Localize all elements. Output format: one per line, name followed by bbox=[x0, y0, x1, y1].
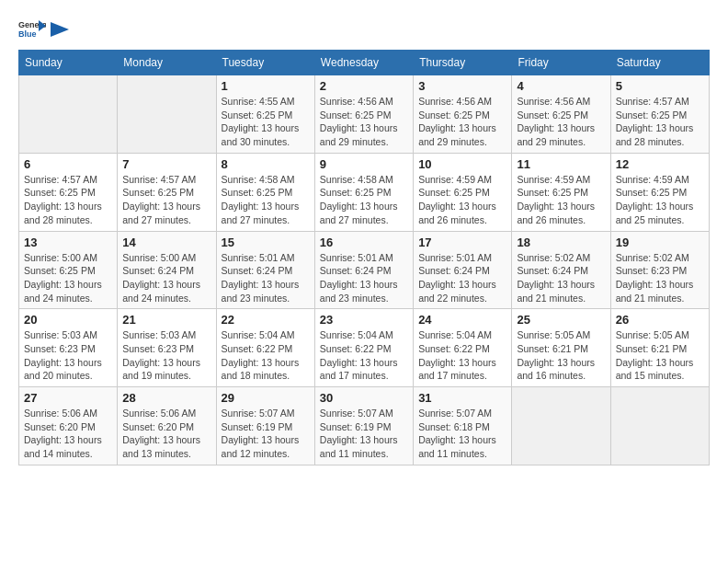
sunrise-text: Sunrise: 5:02 AM bbox=[616, 251, 704, 265]
calendar-cell: 6Sunrise: 4:57 AMSunset: 6:25 PMDaylight… bbox=[19, 153, 118, 231]
day-info: Sunrise: 4:58 AMSunset: 6:25 PMDaylight:… bbox=[222, 173, 310, 227]
sunrise-text: Sunrise: 5:05 AM bbox=[517, 328, 605, 342]
sunrise-text: Sunrise: 5:04 AM bbox=[222, 328, 310, 342]
sunset-text: Sunset: 6:23 PM bbox=[616, 264, 704, 278]
calendar-cell: 26Sunrise: 5:05 AMSunset: 6:21 PMDayligh… bbox=[610, 309, 709, 387]
sunrise-text: Sunrise: 4:56 AM bbox=[418, 95, 506, 109]
day-number: 11 bbox=[517, 157, 605, 171]
day-number: 10 bbox=[418, 157, 506, 171]
sunset-text: Sunset: 6:25 PM bbox=[320, 186, 408, 200]
calendar-cell: 14Sunrise: 5:00 AMSunset: 6:24 PMDayligh… bbox=[118, 231, 216, 309]
sunset-text: Sunset: 6:25 PM bbox=[418, 186, 506, 200]
day-number: 12 bbox=[616, 157, 704, 171]
day-info: Sunrise: 5:04 AMSunset: 6:22 PMDaylight:… bbox=[222, 328, 310, 383]
sunset-text: Sunset: 6:18 PM bbox=[418, 420, 506, 434]
daylight-text: Daylight: 13 hours and 17 minutes. bbox=[418, 356, 506, 383]
weekday-header-row: SundayMondayTuesdayWednesdayThursdayFrid… bbox=[19, 51, 710, 75]
sunset-text: Sunset: 6:19 PM bbox=[320, 420, 408, 434]
day-number: 18 bbox=[517, 236, 605, 249]
daylight-text: Daylight: 13 hours and 29 minutes. bbox=[418, 121, 506, 148]
day-number: 25 bbox=[517, 313, 605, 327]
sunset-text: Sunset: 6:25 PM bbox=[24, 264, 112, 278]
header: General Blue bbox=[18, 18, 710, 40]
sunrise-text: Sunrise: 5:04 AM bbox=[320, 328, 408, 342]
day-number: 15 bbox=[222, 236, 310, 249]
sunrise-text: Sunrise: 5:00 AM bbox=[122, 251, 210, 265]
day-number: 13 bbox=[24, 236, 112, 249]
day-number: 26 bbox=[616, 313, 704, 327]
sunrise-text: Sunrise: 4:55 AM bbox=[222, 95, 310, 109]
day-number: 27 bbox=[24, 391, 112, 405]
logo-arrow-icon bbox=[51, 22, 69, 37]
day-info: Sunrise: 5:01 AMSunset: 6:24 PMDaylight:… bbox=[418, 251, 506, 305]
sunset-text: Sunset: 6:25 PM bbox=[418, 109, 506, 122]
day-number: 6 bbox=[24, 157, 112, 171]
daylight-text: Daylight: 13 hours and 22 minutes. bbox=[418, 278, 506, 304]
sunrise-text: Sunrise: 5:01 AM bbox=[320, 251, 408, 265]
sunset-text: Sunset: 6:24 PM bbox=[517, 264, 605, 278]
sunset-text: Sunset: 6:23 PM bbox=[122, 342, 210, 356]
day-number: 2 bbox=[320, 79, 408, 93]
sunrise-text: Sunrise: 5:07 AM bbox=[418, 407, 506, 420]
calendar-cell: 30Sunrise: 5:07 AMSunset: 6:19 PMDayligh… bbox=[314, 387, 413, 465]
day-number: 14 bbox=[122, 236, 210, 249]
day-info: Sunrise: 4:57 AMSunset: 6:25 PMDaylight:… bbox=[616, 95, 704, 149]
day-number: 20 bbox=[24, 313, 112, 327]
day-info: Sunrise: 4:58 AMSunset: 6:25 PMDaylight:… bbox=[320, 173, 408, 227]
calendar-cell: 18Sunrise: 5:02 AMSunset: 6:24 PMDayligh… bbox=[512, 231, 610, 309]
calendar-cell: 2Sunrise: 4:56 AMSunset: 6:25 PMDaylight… bbox=[314, 75, 413, 154]
sunset-text: Sunset: 6:24 PM bbox=[222, 264, 310, 278]
day-info: Sunrise: 5:06 AMSunset: 6:20 PMDaylight:… bbox=[122, 407, 210, 461]
day-info: Sunrise: 5:01 AMSunset: 6:24 PMDaylight:… bbox=[320, 251, 408, 305]
daylight-text: Daylight: 13 hours and 27 minutes. bbox=[222, 200, 310, 226]
calendar-cell: 19Sunrise: 5:02 AMSunset: 6:23 PMDayligh… bbox=[610, 231, 709, 309]
daylight-text: Daylight: 13 hours and 18 minutes. bbox=[222, 356, 310, 383]
day-number: 1 bbox=[222, 79, 310, 93]
calendar-cell: 9Sunrise: 4:58 AMSunset: 6:25 PMDaylight… bbox=[314, 153, 413, 231]
sunrise-text: Sunrise: 5:01 AM bbox=[222, 251, 310, 265]
svg-text:Blue: Blue bbox=[18, 29, 37, 39]
day-info: Sunrise: 5:04 AMSunset: 6:22 PMDaylight:… bbox=[418, 328, 506, 383]
daylight-text: Daylight: 13 hours and 15 minutes. bbox=[616, 356, 704, 383]
day-info: Sunrise: 5:00 AMSunset: 6:25 PMDaylight:… bbox=[24, 251, 112, 305]
weekday-header-saturday: Saturday bbox=[610, 51, 709, 75]
calendar-cell: 10Sunrise: 4:59 AMSunset: 6:25 PMDayligh… bbox=[414, 153, 512, 231]
weekday-header-thursday: Thursday bbox=[414, 51, 512, 75]
day-info: Sunrise: 4:56 AMSunset: 6:25 PMDaylight:… bbox=[418, 95, 506, 149]
day-number: 28 bbox=[122, 391, 210, 405]
sunset-text: Sunset: 6:25 PM bbox=[222, 109, 310, 122]
daylight-text: Daylight: 13 hours and 11 minutes. bbox=[320, 433, 408, 460]
day-info: Sunrise: 4:57 AMSunset: 6:25 PMDaylight:… bbox=[122, 173, 210, 227]
day-info: Sunrise: 5:03 AMSunset: 6:23 PMDaylight:… bbox=[24, 328, 112, 383]
day-info: Sunrise: 5:02 AMSunset: 6:23 PMDaylight:… bbox=[616, 251, 704, 305]
daylight-text: Daylight: 13 hours and 26 minutes. bbox=[517, 200, 605, 226]
daylight-text: Daylight: 13 hours and 30 minutes. bbox=[222, 121, 310, 148]
sunrise-text: Sunrise: 4:58 AM bbox=[222, 173, 310, 187]
day-info: Sunrise: 4:59 AMSunset: 6:25 PMDaylight:… bbox=[418, 173, 506, 227]
sunrise-text: Sunrise: 4:57 AM bbox=[24, 173, 112, 187]
day-number: 23 bbox=[320, 313, 408, 327]
logo-icon: General Blue bbox=[18, 18, 46, 40]
calendar-cell: 13Sunrise: 5:00 AMSunset: 6:25 PMDayligh… bbox=[19, 231, 118, 309]
calendar-cell: 8Sunrise: 4:58 AMSunset: 6:25 PMDaylight… bbox=[216, 153, 314, 231]
weekday-header-monday: Monday bbox=[118, 51, 216, 75]
sunset-text: Sunset: 6:22 PM bbox=[418, 342, 506, 356]
weekday-header-friday: Friday bbox=[512, 51, 610, 75]
daylight-text: Daylight: 13 hours and 20 minutes. bbox=[24, 356, 112, 383]
daylight-text: Daylight: 13 hours and 21 minutes. bbox=[616, 278, 704, 304]
calendar-cell: 23Sunrise: 5:04 AMSunset: 6:22 PMDayligh… bbox=[314, 309, 413, 387]
daylight-text: Daylight: 13 hours and 13 minutes. bbox=[122, 433, 210, 460]
calendar-cell: 31Sunrise: 5:07 AMSunset: 6:18 PMDayligh… bbox=[414, 387, 512, 465]
daylight-text: Daylight: 13 hours and 29 minutes. bbox=[517, 121, 605, 148]
logo: General Blue bbox=[18, 18, 70, 40]
daylight-text: Daylight: 13 hours and 12 minutes. bbox=[222, 433, 310, 460]
day-number: 16 bbox=[320, 236, 408, 249]
sunrise-text: Sunrise: 4:59 AM bbox=[616, 173, 704, 187]
day-number: 22 bbox=[222, 313, 310, 327]
daylight-text: Daylight: 13 hours and 23 minutes. bbox=[222, 278, 310, 304]
sunrise-text: Sunrise: 5:07 AM bbox=[320, 407, 408, 420]
daylight-text: Daylight: 13 hours and 14 minutes. bbox=[24, 433, 112, 460]
day-info: Sunrise: 4:56 AMSunset: 6:25 PMDaylight:… bbox=[517, 95, 605, 149]
daylight-text: Daylight: 13 hours and 24 minutes. bbox=[24, 278, 112, 304]
sunset-text: Sunset: 6:22 PM bbox=[222, 342, 310, 356]
